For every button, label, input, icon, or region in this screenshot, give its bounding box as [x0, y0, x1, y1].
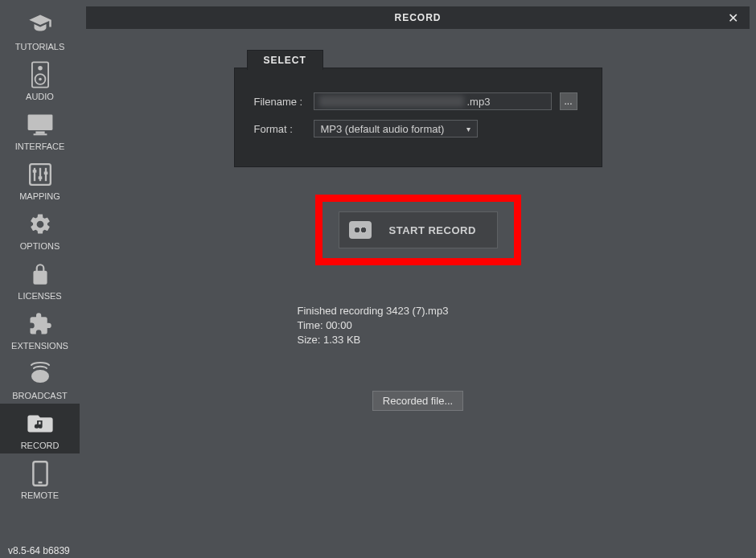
lock-icon — [24, 259, 56, 289]
sidebar-item-remote[interactable]: REMOTE — [0, 453, 80, 503]
page-title: RECORD — [86, 12, 750, 23]
sidebar-item-label: EXTENSIONS — [11, 341, 68, 351]
sidebar-item-extensions[interactable]: EXTENSIONS — [0, 304, 80, 354]
filename-label: Filename : — [254, 96, 314, 108]
version-label: v8.5-64 b6839 — [0, 544, 70, 558]
svg-point-3 — [39, 78, 42, 81]
sliders-icon — [24, 159, 56, 190]
sidebar-item-interface[interactable]: INTERFACE — [0, 105, 80, 154]
filename-value-obscured — [319, 96, 464, 107]
svg-rect-13 — [43, 172, 47, 175]
sidebar-item-record[interactable]: RECORD — [0, 404, 80, 453]
start-record-button[interactable]: START RECORD — [339, 211, 498, 248]
graduation-cap-icon — [24, 10, 56, 40]
filename-input[interactable]: .mp3 — [314, 92, 552, 110]
close-button[interactable]: ✕ — [722, 6, 743, 29]
folder-music-icon — [24, 408, 56, 439]
sidebar: TUTORIALS AUDIO INTERFACE MAPPING OPTION… — [0, 0, 80, 558]
format-value: MP3 (default audio format) — [321, 123, 445, 135]
sidebar-item-tutorials[interactable]: TUTORIALS — [0, 5, 80, 55]
svg-rect-11 — [32, 170, 36, 173]
content: SELECT Filename : .mp3 ... Format : MP3 … — [80, 29, 756, 558]
main-panel: RECORD ✕ SELECT Filename : .mp3 ... Form… — [80, 0, 756, 558]
filename-extension: .mp3 — [467, 96, 491, 108]
sidebar-item-label: LICENSES — [18, 291, 61, 301]
status-line-size: Size: 1.33 KB — [298, 333, 539, 347]
sidebar-item-label: BROADCAST — [12, 391, 67, 400]
svg-point-1 — [38, 66, 43, 71]
broadcast-icon — [24, 359, 56, 389]
close-icon: ✕ — [728, 10, 738, 26]
header-bar: RECORD ✕ — [86, 6, 750, 29]
svg-rect-15 — [39, 370, 41, 373]
sidebar-item-label: TUTORIALS — [15, 42, 65, 51]
sidebar-item-broadcast[interactable]: BROADCAST — [0, 354, 80, 404]
sidebar-item-options[interactable]: OPTIONS — [0, 204, 80, 254]
status-line-finished: Finished recording 3423 (7).mp3 — [298, 304, 539, 318]
start-record-highlight: START RECORD — [315, 195, 521, 265]
format-select[interactable]: MP3 (default audio format) ▾ — [314, 120, 478, 137]
svg-rect-17 — [38, 482, 42, 483]
phone-icon — [24, 458, 56, 489]
panel-body: Filename : .mp3 ... Format : MP3 (defaul… — [234, 68, 602, 167]
chevron-down-icon: ▾ — [466, 125, 470, 133]
svg-rect-6 — [33, 133, 47, 135]
recorded-file-button[interactable]: Recorded file... — [372, 391, 463, 411]
sidebar-item-label: OPTIONS — [20, 241, 60, 251]
svg-rect-5 — [35, 131, 44, 133]
svg-rect-4 — [27, 114, 52, 130]
svg-rect-12 — [38, 176, 42, 179]
format-row: Format : MP3 (default audio format) ▾ — [254, 120, 582, 137]
status-block: Finished recording 3423 (7).mp3 Time: 00… — [298, 304, 539, 347]
monitor-icon — [24, 109, 56, 140]
sidebar-item-mapping[interactable]: MAPPING — [0, 154, 80, 204]
panel-tab-select[interactable]: SELECT — [247, 50, 323, 70]
speaker-icon — [24, 59, 56, 90]
sidebar-item-label: INTERFACE — [15, 142, 65, 151]
sidebar-item-label: MAPPING — [19, 191, 60, 201]
sidebar-item-label: RECORD — [21, 441, 60, 450]
cassette-icon — [349, 221, 372, 239]
gear-icon — [24, 209, 56, 240]
filename-row: Filename : .mp3 ... — [254, 92, 582, 110]
status-line-time: Time: 00:00 — [298, 318, 539, 333]
browse-button[interactable]: ... — [560, 92, 577, 110]
format-label: Format : — [254, 123, 314, 135]
sidebar-item-licenses[interactable]: LICENSES — [0, 254, 80, 304]
sidebar-item-audio[interactable]: AUDIO — [0, 55, 80, 105]
puzzle-icon — [24, 309, 56, 339]
select-panel: SELECT Filename : .mp3 ... Format : MP3 … — [234, 68, 602, 167]
sidebar-item-label: AUDIO — [26, 92, 54, 101]
start-record-label: START RECORD — [389, 224, 476, 236]
sidebar-item-label: REMOTE — [21, 490, 59, 500]
